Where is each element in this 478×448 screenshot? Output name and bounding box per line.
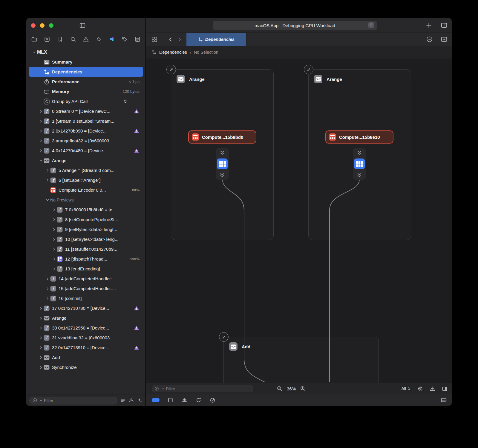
stop-icon[interactable] xyxy=(167,397,174,403)
tree-row-24[interactable]: f15 [addCompletedHandler:... xyxy=(29,284,143,293)
tree-row-31[interactable]: Add xyxy=(29,352,143,362)
disclosure-right-icon[interactable] xyxy=(45,287,50,290)
tree-row-18[interactable]: f9 [setBytes:<data> lengt... xyxy=(29,224,143,234)
tree-row-8[interactable]: f2 0x14270b990 = [Device... xyxy=(29,126,143,136)
tree-row-29[interactable]: f31 vvaddfloat32 = [0x600003... xyxy=(29,333,143,343)
runtime-warning-icon[interactable] xyxy=(134,306,139,311)
disclosure-right-icon[interactable] xyxy=(38,346,44,350)
close-window-button[interactable] xyxy=(31,23,36,28)
forward-icon[interactable] xyxy=(177,36,183,42)
collapse-group-icon[interactable] xyxy=(166,65,176,74)
disclosure-right-icon[interactable] xyxy=(38,307,44,310)
compute-encoder-node-left[interactable]: Compute...15b8bd0 xyxy=(188,130,256,144)
runtime-warning-icon[interactable] xyxy=(134,326,139,330)
toggle-panel-icon[interactable] xyxy=(442,386,448,392)
buffer-resource-icon[interactable] xyxy=(354,158,365,169)
tree-row-12[interactable]: f5 Arange = [Stream 0 com... xyxy=(29,165,143,175)
tree-row-30[interactable]: f32 0x142713910 = [Device... xyxy=(29,343,143,352)
disclosure-right-icon[interactable] xyxy=(38,366,44,369)
disclosure-down-icon[interactable] xyxy=(38,159,44,162)
tree-row-0[interactable]: MLX xyxy=(29,47,143,57)
collapse-group-icon[interactable] xyxy=(219,332,229,342)
folder-navigator-icon[interactable] xyxy=(31,36,37,42)
issues-icon[interactable] xyxy=(430,386,435,392)
tag-navigator-icon[interactable] xyxy=(122,36,128,42)
zoom-in-icon[interactable] xyxy=(300,386,306,392)
tab-dependencies[interactable]: Dependencies xyxy=(186,33,246,46)
disclosure-down-icon[interactable] xyxy=(32,50,37,54)
resource-port-right[interactable] xyxy=(353,148,366,180)
back-icon[interactable] xyxy=(168,36,174,42)
add-editor-icon[interactable] xyxy=(441,36,448,43)
disclosure-right-icon[interactable] xyxy=(45,178,50,182)
refresh-icon[interactable] xyxy=(195,397,202,403)
issue-navigator-icon[interactable] xyxy=(83,36,89,42)
runtime-warning-icon[interactable] xyxy=(134,109,139,114)
gpu-frame-indicator[interactable] xyxy=(152,398,160,402)
graph-group-add[interactable]: Add xyxy=(223,337,379,383)
add-tab-icon[interactable] xyxy=(425,22,432,29)
disclosure-right-icon[interactable] xyxy=(51,247,57,251)
bookmark-navigator-icon[interactable] xyxy=(57,36,63,42)
tree-row-5[interactable]: CGroup by API Call xyxy=(29,96,143,106)
disclosure-right-icon[interactable] xyxy=(38,139,44,143)
tree-row-22[interactable]: f13 [endEncoding] xyxy=(29,264,143,274)
minimize-window-button[interactable] xyxy=(40,23,45,28)
tree-row-10[interactable]: f4 0x14270d480 = [Device... xyxy=(29,146,143,156)
tree-row-19[interactable]: f10 [setBytes:<data> leng... xyxy=(29,234,143,244)
disclosure-right-icon[interactable] xyxy=(45,277,50,281)
updown-stepper-icon[interactable] xyxy=(123,99,128,104)
runtime-warning-icon[interactable] xyxy=(134,148,139,153)
collapse-group-icon[interactable] xyxy=(304,65,313,74)
runtime-warning-icon[interactable] xyxy=(134,129,139,133)
runtime-issues-filter-icon[interactable] xyxy=(137,398,143,403)
tree-row-11[interactable]: Arange xyxy=(29,156,143,165)
performance-gauge-icon[interactable] xyxy=(209,397,216,403)
scope-selector[interactable]: All xyxy=(401,386,411,391)
disclosure-right-icon[interactable] xyxy=(38,110,44,113)
tree-row-2[interactable]: Dependencies xyxy=(29,67,143,77)
breadcrumb-selection[interactable]: No Selection xyxy=(194,50,218,55)
tree-row-28[interactable]: f30 0x142712950 = [Device... xyxy=(29,323,143,333)
disclosure-right-icon[interactable] xyxy=(38,149,44,153)
gpu-trace-navigator-icon[interactable] xyxy=(109,36,115,42)
window-title-pill[interactable]: macOS App - Debugging GPU Workload 2 xyxy=(213,21,377,30)
tree-row-3[interactable]: Performance< 1 µs xyxy=(29,77,143,87)
disclosure-right-icon[interactable] xyxy=(45,169,50,172)
disclosure-right-icon[interactable] xyxy=(38,316,44,320)
disclosure-right-icon[interactable] xyxy=(38,336,44,340)
runtime-warning-icon[interactable] xyxy=(134,345,139,350)
resource-port-left[interactable] xyxy=(216,148,229,180)
disclosure-right-icon[interactable] xyxy=(38,326,44,330)
dependency-graph-canvas[interactable]: Arange Arange xyxy=(146,58,452,383)
tree-row-13[interactable]: f6 [setLabel:"Arange"] xyxy=(29,175,143,185)
disclosure-right-icon[interactable] xyxy=(38,119,44,123)
sidebar-filter-input[interactable]: Filter xyxy=(29,397,117,404)
tree-row-15[interactable]: No Previews xyxy=(29,195,143,205)
disclosure-right-icon[interactable] xyxy=(51,238,57,241)
shader-navigator-icon[interactable] xyxy=(44,36,50,42)
debug-bug-icon[interactable] xyxy=(181,397,188,403)
tree-row-25[interactable]: f16 [commit] xyxy=(29,293,143,303)
disclosure-right-icon[interactable] xyxy=(51,257,57,261)
graph-filter-input[interactable]: Filter xyxy=(152,385,253,392)
disclosure-right-icon[interactable] xyxy=(51,218,57,221)
disclosure-right-icon[interactable] xyxy=(51,208,57,212)
tree-row-9[interactable]: f3 arangefloat32 = [0x600003... xyxy=(29,136,143,146)
zoom-out-icon[interactable] xyxy=(277,386,283,392)
disclosure-right-icon[interactable] xyxy=(51,267,57,271)
tree-row-16[interactable]: f7 0x6000015b8bd0 = [c... xyxy=(29,205,143,215)
toggle-sidebar-icon[interactable] xyxy=(79,22,86,29)
compute-encoder-node-right[interactable]: Compute...15b8e10 xyxy=(325,130,393,144)
more-options-icon[interactable] xyxy=(426,36,433,43)
tree-row-32[interactable]: Synchronize xyxy=(29,362,143,372)
tree-row-7[interactable]: f1 [Stream 0 setLabel:"Stream... xyxy=(29,116,143,126)
buffer-resource-icon[interactable] xyxy=(217,158,228,169)
disclosure-right-icon[interactable] xyxy=(45,297,50,300)
tree-row-20[interactable]: f11 [setBuffer:0x14270b9... xyxy=(29,244,143,254)
zoom-window-button[interactable] xyxy=(49,23,53,28)
disclosure-right-icon[interactable] xyxy=(38,356,44,359)
tree-row-4[interactable]: Memory120 bytes xyxy=(29,87,143,96)
tree-row-1[interactable]: Summary xyxy=(29,57,143,67)
tree-row-17[interactable]: f8 [setComputePipelineSt... xyxy=(29,215,143,224)
